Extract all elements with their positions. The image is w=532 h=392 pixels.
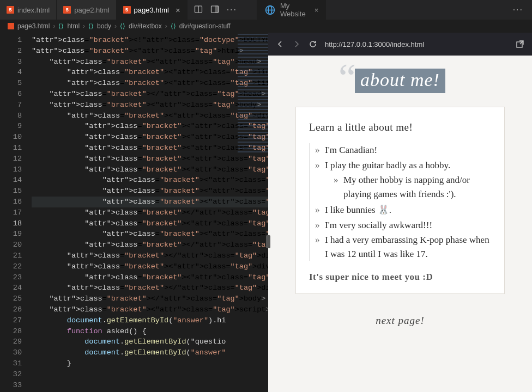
tab-label: index.html — [17, 6, 50, 14]
close-icon[interactable]: × — [176, 5, 180, 15]
editor-action-icons: ··· — [188, 5, 244, 15]
symbol-icon: ⟨⟩ — [171, 22, 176, 30]
tab-label: page3.html — [134, 6, 169, 14]
file-tab-index[interactable]: 5 index.html — [0, 0, 57, 20]
split-handle[interactable] — [266, 235, 270, 248]
file-tab-page3[interactable]: 5 page3.html × — [117, 0, 188, 20]
breadcrumb-seg[interactable]: body — [97, 22, 111, 30]
list-item: I like bunnies 🐰. — [325, 203, 491, 217]
list-item: I had a very embarassing K-pop phase whe… — [325, 233, 491, 261]
more-icon[interactable]: ··· — [227, 5, 237, 15]
minimap[interactable] — [238, 34, 268, 154]
code-editor[interactable]: 1234567891011121314151617181920212223242… — [0, 33, 268, 392]
file-tab-page2[interactable]: 5 page2.html — [57, 0, 116, 20]
forward-icon[interactable] — [292, 40, 301, 48]
chevron-right-icon: › — [165, 22, 167, 30]
breadcrumb: page3.html › ⟨⟩ html › ⟨⟩ body › ⟨⟩ div#… — [0, 20, 532, 33]
breadcrumb-file[interactable]: page3.html — [17, 22, 50, 30]
symbol-icon: ⟨⟩ — [88, 22, 94, 30]
html-file-icon: 5 — [7, 6, 14, 14]
chevron-right-icon: › — [83, 22, 85, 30]
list-item: My other hobby is napping and/or playing… — [343, 173, 491, 201]
page-title: about me! — [355, 69, 445, 93]
about-list: I'm Canadian! I play the guitar badly as… — [309, 143, 491, 261]
breadcrumb-seg[interactable]: div#question-stuff — [179, 22, 231, 30]
list-item-text: I play the guitar badly as a hobby. — [325, 160, 450, 170]
list-item: I play the guitar badly as a hobby. My o… — [325, 158, 491, 201]
about-card: Learn a little about me! I'm Canadian! I… — [295, 107, 505, 294]
preview-tab[interactable]: My Website × — [257, 0, 326, 20]
symbol-icon: ⟨⟩ — [120, 22, 125, 30]
layout-icon[interactable] — [210, 5, 219, 14]
main-split: 1234567891011121314151617181920212223242… — [0, 33, 532, 392]
open-external-icon[interactable] — [516, 40, 524, 48]
preview-panel: http://127.0.0.1:3000/index.html “ about… — [268, 33, 532, 392]
tab-bar: 5 index.html 5 page2.html 5 page3.html ×… — [0, 0, 532, 20]
breadcrumb-seg[interactable]: div#textbox — [129, 22, 162, 30]
sub-list: My other hobby is napping and/or playing… — [325, 173, 491, 201]
tab-label: page2.html — [74, 6, 109, 14]
list-item: I'm Canadian! — [325, 143, 491, 157]
chevron-right-icon: › — [114, 22, 117, 30]
symbol-icon: ⟨⟩ — [58, 22, 64, 30]
html-file-icon: 5 — [123, 6, 131, 14]
more-icon[interactable]: ··· — [513, 5, 523, 15]
globe-icon — [264, 4, 276, 16]
next-page-link[interactable]: next page! — [376, 315, 425, 327]
quote-decoration: “ — [338, 56, 356, 101]
reload-icon[interactable] — [309, 40, 317, 48]
close-icon[interactable]: × — [315, 6, 319, 14]
line-number-gutter: 1234567891011121314151617181920212223242… — [0, 33, 32, 392]
chevron-right-icon: › — [53, 22, 55, 30]
url-bar[interactable]: http://127.0.0.1:3000/index.html — [325, 40, 508, 48]
svg-rect-3 — [215, 6, 219, 13]
code-area[interactable]: "attr">class="bracket"><!"attr">class="d… — [32, 33, 268, 392]
list-item: I'm very socially awkward!!! — [325, 218, 491, 232]
page-hero: “ about me! — [355, 70, 445, 90]
split-right-icon[interactable] — [194, 5, 203, 14]
html-file-icon — [8, 23, 14, 29]
preview-tab-label: My Website — [280, 2, 306, 18]
html-file-icon: 5 — [63, 6, 71, 14]
rendered-page: “ about me! Learn a little about me! I'm… — [268, 56, 532, 392]
card-heading: Learn a little about me! — [309, 121, 491, 133]
preview-toolbar: http://127.0.0.1:3000/index.html — [268, 33, 532, 56]
card-footer: It's super nice to meet you :D — [309, 272, 491, 283]
breadcrumb-seg[interactable]: html — [67, 22, 80, 30]
back-icon[interactable] — [276, 40, 285, 48]
